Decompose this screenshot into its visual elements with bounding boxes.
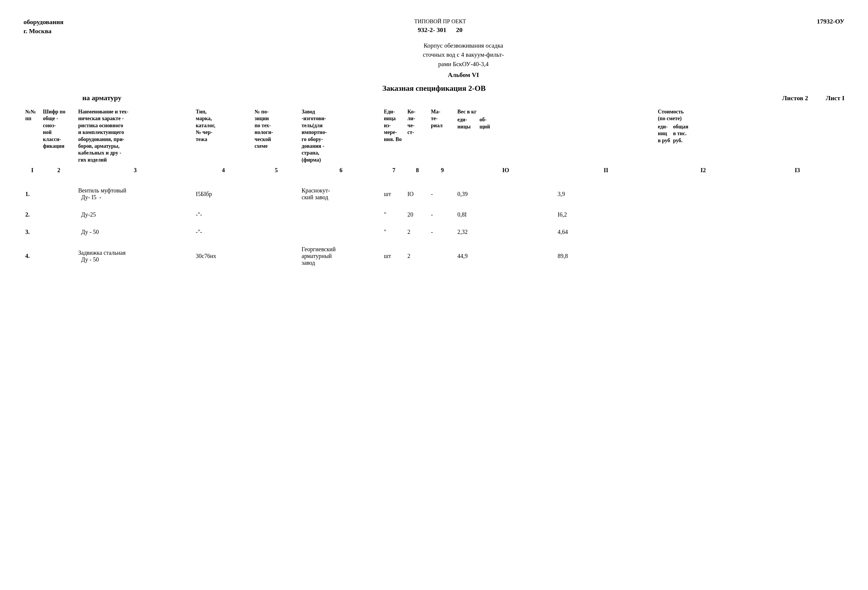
row4-qty: 2 (406, 243, 429, 268)
col-num-11: II (556, 165, 656, 176)
col-num-8: 8 (406, 165, 429, 176)
row1-num: 1. (24, 185, 41, 203)
table-row: 4. Задвижка стальная Ду - 50 30с76нх Гео… (24, 243, 844, 268)
sheets-total: Листов 2 (782, 94, 808, 102)
row2-name: Ду-25 (77, 209, 194, 220)
header-center-line2: 932-2- 301 20 (414, 25, 466, 35)
header-center: ТИПОВОЙ ПР ОЕКТ 932-2- 301 20 (414, 18, 466, 34)
row4-cost-total (750, 243, 844, 268)
header-left-line2: г. Москва (24, 27, 63, 36)
row4-unit: шт (382, 243, 406, 268)
col-num-3: 3 (77, 165, 194, 176)
row3-pos (253, 226, 300, 238)
col-num-13: I3 (750, 165, 844, 176)
row2-code (41, 209, 77, 220)
row4-name: Задвижка стальная Ду - 50 (77, 243, 194, 268)
col-num-1: I (24, 165, 41, 176)
row4-code (41, 243, 77, 268)
header-col9: Ма- те- риал (429, 107, 456, 165)
row3-cost-total (750, 226, 844, 238)
row1-weight-unit: 0,39 (456, 185, 556, 203)
header-left: оборудования г. Москва (24, 18, 63, 36)
spec-subtitle-row: на арматуру Листов 2 Лист I (24, 94, 844, 102)
row2-weight-total: I6,2 (556, 209, 656, 220)
header-right: 17932-ОУ (817, 18, 844, 25)
row2-type: -"- (194, 209, 253, 220)
row1-factory: Краснокут- ский завод (300, 185, 382, 203)
col-num-12: I2 (656, 165, 750, 176)
col-num-9: 9 (429, 165, 456, 176)
col-num-10: IO (456, 165, 556, 176)
column-numbers-row: I 2 3 4 5 6 7 8 9 IO II I2 I3 (24, 165, 844, 176)
header-center-line1: ТИПОВОЙ ПР ОЕКТ (414, 18, 466, 25)
row1-cost-unit (656, 185, 750, 203)
album-title: Альбом VI (82, 71, 844, 79)
spec-subtitle: на арматуру (82, 94, 121, 102)
row1-unit: шт (382, 185, 406, 203)
sheet-info: Листов 2 Лист I (782, 94, 844, 102)
row2-cost-total (750, 209, 844, 220)
row3-code (41, 226, 77, 238)
row4-num: 4. (24, 243, 41, 268)
row2-weight-unit: 0,8I (456, 209, 556, 220)
col-num-5: 5 (253, 165, 300, 176)
doc-line3: рами БскОУ-40-3,4 (82, 60, 844, 69)
spacer-row-4 (24, 238, 844, 243)
row2-pos (253, 209, 300, 220)
row3-unit: " (382, 226, 406, 238)
row3-qty: 2 (406, 226, 429, 238)
row3-name: Ду - 50 (77, 226, 194, 238)
header-col2: Шифр по обще - союз- ной класси- фикации (41, 107, 77, 165)
sheet-current: Лист I (826, 94, 844, 102)
header-col12-13: Стоимость (по смете) еди-ницв руб общаяв… (656, 107, 844, 165)
header-col5: № по- зиции по тех- нологи- ческой схеме (253, 107, 300, 165)
row4-weight-unit: 44,9 (456, 243, 556, 268)
row1-pos (253, 185, 300, 203)
table-header-row: №№пп Шифр по обще - союз- ной класси- фи… (24, 107, 844, 165)
doc-line1: Корпус обезвоживания осадка (82, 41, 844, 50)
spacer-row-2 (24, 203, 844, 209)
row4-factory: Георгиевский арматурный завод (300, 243, 382, 268)
doc-line2: сточных вод с 4 вакуум-фильт- (82, 50, 844, 60)
main-table: №№пп Шифр по обще - союз- ной класси- фи… (24, 107, 844, 268)
header-col7: Еди- ница из- мере- ния. Во (382, 107, 406, 165)
spacer-row-1 (24, 176, 844, 185)
table-row: 1. Вентиль муфтовый Ду- I5 - I5БIбр Крас… (24, 185, 844, 203)
col-num-7: 7 (382, 165, 406, 176)
table-row: 2. Ду-25 -"- " 20 - 0,8I I6,2 (24, 209, 844, 220)
header-row: оборудования г. Москва ТИПОВОЙ ПР ОЕКТ 9… (24, 18, 844, 36)
row1-code (41, 185, 77, 203)
row2-mat: - (429, 209, 456, 220)
row4-type: 30с76нх (194, 243, 253, 268)
row4-pos (253, 243, 300, 268)
row3-weight-unit: 2,32 (456, 226, 556, 238)
row1-qty: IO (406, 185, 429, 203)
header-left-line1: оборудования (24, 18, 63, 27)
row2-factory (300, 209, 382, 220)
row2-unit: " (382, 209, 406, 220)
col-num-4: 4 (194, 165, 253, 176)
header-col10-11: Вес в кг еди-ницы об-щий (456, 107, 656, 165)
row1-mat: - (429, 185, 456, 203)
row2-qty: 20 (406, 209, 429, 220)
spacer-row-3 (24, 220, 844, 226)
row1-cost-total (750, 185, 844, 203)
header-col6: Завод -изготови- тель(для импортно- го о… (300, 107, 382, 165)
row4-weight-total: 89,8 (556, 243, 656, 268)
row3-mat: - (429, 226, 456, 238)
row3-factory (300, 226, 382, 238)
header-col3: Наименование и тех- ническая характе - р… (77, 107, 194, 165)
header-col4: Тип, марка, каталог, № чер- тежа (194, 107, 253, 165)
col-num-6: 6 (300, 165, 382, 176)
row4-mat (429, 243, 456, 268)
row2-cost-unit (656, 209, 750, 220)
row3-type: -"- (194, 226, 253, 238)
row1-type: I5БIбр (194, 185, 253, 203)
header-col8: Ко- ли- че- ст- (406, 107, 429, 165)
doc-title: Корпус обезвоживания осадка сточных вод … (82, 41, 844, 69)
page: оборудования г. Москва ТИПОВОЙ ПР ОЕКТ 9… (24, 18, 844, 268)
header-col1: №№пп (24, 107, 41, 165)
row3-weight-total: 4,64 (556, 226, 656, 238)
spec-title: Заказная спецификация 2-ОВ (24, 84, 844, 93)
row1-weight-total: 3,9 (556, 185, 656, 203)
